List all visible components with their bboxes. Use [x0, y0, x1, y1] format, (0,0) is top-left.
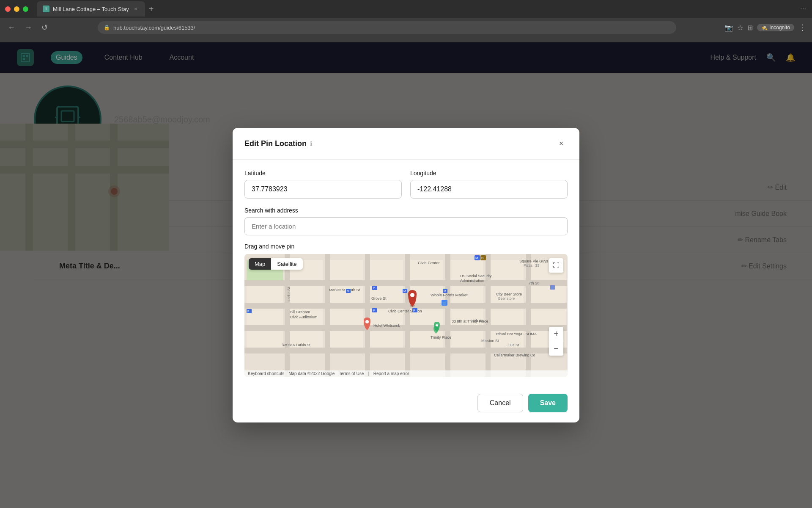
site-background: Guides Content Hub Account Help & Suppor…: [0, 42, 812, 508]
svg-text:M: M: [475, 256, 478, 260]
report-error-link[interactable]: Report a map error: [373, 371, 409, 376]
minimize-window-button[interactable]: [14, 6, 19, 12]
search-label: Search with address: [244, 207, 568, 214]
map-type-toggle[interactable]: Map Satellite: [249, 258, 303, 270]
svg-rect-35: [247, 286, 283, 303]
longitude-input[interactable]: [410, 180, 568, 199]
svg-rect-36: [290, 286, 323, 303]
svg-text:M: M: [403, 290, 406, 293]
svg-text:33 8th at Trinity Place: 33 8th at Trinity Place: [452, 319, 488, 323]
svg-rect-30: [370, 260, 403, 280]
map-attribution: Keyboard shortcuts Map data ©2022 Google…: [244, 370, 568, 377]
svg-text:City Beer Store: City Beer Store: [496, 292, 522, 296]
map-zoom-controls: + −: [549, 327, 563, 356]
back-button[interactable]: ←: [6, 22, 17, 34]
longitude-group: Longitude: [410, 170, 568, 199]
svg-text:Mission St: Mission St: [481, 339, 499, 343]
zoom-in-button[interactable]: +: [549, 327, 563, 341]
latitude-label: Latitude: [244, 170, 402, 177]
svg-text:P: P: [247, 310, 250, 313]
modal-header: Edit Pin Location ℹ ×: [233, 128, 579, 160]
svg-text:Civic Center: Civic Center: [418, 260, 440, 265]
svg-rect-27: [526, 254, 531, 377]
map-container[interactable]: Civic Center US Social Security Administ…: [244, 254, 568, 377]
new-tab-button[interactable]: +: [145, 3, 158, 15]
browser-actions: 📷 ☆ ⊞ 🕵 Incognito ⋮: [724, 23, 806, 32]
svg-rect-25: [445, 254, 450, 377]
svg-text:Whole Foods Market: Whole Foods Market: [431, 293, 468, 297]
svg-rect-50: [531, 309, 566, 325]
svg-text:Administration: Administration: [460, 279, 484, 283]
satellite-view-button[interactable]: Satellite: [271, 258, 302, 270]
svg-text:Grove St: Grove St: [371, 296, 387, 301]
svg-rect-53: [330, 331, 363, 348]
svg-rect-45: [330, 309, 363, 325]
minimize-icon[interactable]: ⋯: [800, 6, 806, 12]
svg-rect-33: [491, 260, 524, 280]
close-window-button[interactable]: [5, 6, 11, 12]
svg-text:🛒: 🛒: [442, 301, 447, 306]
zoom-out-button[interactable]: −: [549, 341, 563, 356]
address-search-input[interactable]: [244, 217, 568, 235]
svg-text:Trinity Place: Trinity Place: [431, 335, 451, 340]
svg-text:B: B: [481, 256, 483, 260]
map-view-button[interactable]: Map: [249, 258, 271, 270]
camera-icon[interactable]: 📷: [724, 24, 733, 32]
browser-chrome: T Mill Lane Cottage – Touch Stay × + ⋯ ←…: [0, 0, 812, 42]
svg-text:Julia St: Julia St: [507, 343, 519, 347]
svg-text:M: M: [444, 290, 446, 293]
svg-rect-110: [550, 285, 555, 290]
svg-text:Hotel Whitcomb: Hotel Whitcomb: [373, 323, 401, 328]
address-search-group: Search with address: [244, 207, 568, 243]
fullscreen-button[interactable]: ⛶: [549, 258, 563, 273]
svg-rect-51: [247, 331, 283, 348]
forward-button[interactable]: →: [23, 22, 34, 34]
address-bar[interactable]: 🔒 hub.touchstay.com/guides/61533/: [98, 21, 676, 34]
svg-text:Pizza · $$: Pizza · $$: [524, 263, 540, 268]
modal-body: Latitude Longitude Search with address D…: [233, 160, 579, 387]
svg-rect-21: [285, 254, 290, 377]
svg-rect-26: [486, 254, 491, 377]
svg-rect-56: [450, 331, 483, 348]
star-icon[interactable]: ☆: [737, 24, 743, 32]
cancel-button[interactable]: Cancel: [477, 394, 523, 412]
map-data-attribution: Map data ©2022 Google: [288, 371, 335, 376]
keyboard-shortcuts-link[interactable]: Keyboard shortcuts: [248, 371, 284, 376]
info-icon[interactable]: ℹ: [310, 140, 312, 147]
svg-rect-23: [365, 254, 370, 377]
maximize-window-button[interactable]: [23, 6, 28, 12]
fullscreen-icon: ⛶: [553, 262, 560, 269]
grid-icon[interactable]: ⊞: [747, 24, 753, 32]
svg-rect-29: [330, 260, 363, 280]
reload-button[interactable]: ↺: [40, 21, 49, 34]
terms-link[interactable]: Terms of Use: [339, 371, 364, 376]
tab-close-button[interactable]: ×: [132, 6, 139, 12]
svg-rect-22: [325, 254, 330, 377]
svg-text:7th St: 7th St: [529, 281, 539, 285]
svg-rect-49: [491, 309, 524, 325]
active-tab[interactable]: T Mill Lane Cottage – Touch Stay ×: [37, 1, 145, 17]
map-streets-svg: Civic Center US Social Security Administ…: [244, 254, 568, 377]
svg-text:Larkin St: Larkin St: [287, 287, 291, 301]
menu-icon[interactable]: ⋮: [798, 23, 806, 32]
coordinates-row: Latitude Longitude: [244, 170, 568, 199]
svg-text:Bill Graham: Bill Graham: [290, 310, 310, 314]
svg-text:P: P: [373, 287, 375, 290]
svg-rect-24: [405, 254, 410, 377]
edit-pin-location-modal: Edit Pin Location ℹ × Latitude Longitude…: [233, 128, 579, 422]
svg-rect-54: [370, 331, 403, 348]
save-button[interactable]: Save: [528, 394, 568, 412]
modal-close-button[interactable]: ×: [555, 137, 568, 150]
latitude-input[interactable]: [244, 180, 402, 199]
svg-text:Beer store: Beer store: [498, 296, 515, 301]
longitude-label: Longitude: [410, 170, 568, 177]
svg-text:P: P: [413, 309, 415, 312]
svg-text:US Social Security: US Social Security: [460, 274, 492, 278]
modal-title: Edit Pin Location: [244, 139, 307, 148]
modal-footer: Cancel Save: [233, 387, 579, 422]
svg-text:ket St & Larkin St: ket St & Larkin St: [283, 343, 310, 347]
address-bar-row: ← → ↺ 🔒 hub.touchstay.com/guides/61533/ …: [0, 18, 812, 37]
incognito-badge: 🕵 Incognito: [757, 24, 794, 31]
svg-text:P: P: [373, 309, 375, 312]
svg-text:Civic Auditorium: Civic Auditorium: [290, 315, 318, 319]
